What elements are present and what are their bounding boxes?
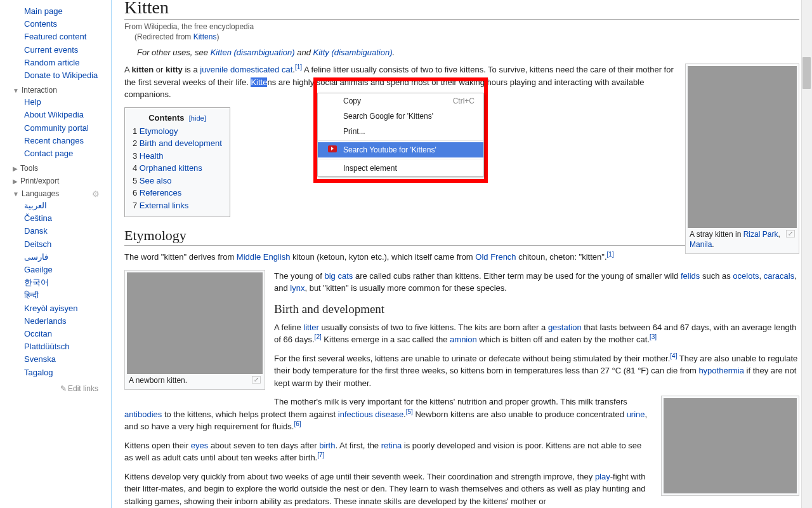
sidebar-link[interactable]: Nederlands (24, 316, 67, 326)
sidebar-link[interactable]: Tagalog (24, 368, 53, 377)
link[interactable]: juvenile (200, 65, 228, 74)
link[interactable]: Manila (690, 240, 712, 249)
text: . At first, the (335, 441, 381, 450)
sidebar-link[interactable]: Main page (24, 6, 63, 16)
ref-link[interactable]: [3] (650, 333, 657, 340)
link[interactable]: felids (681, 271, 700, 281)
scrollbar-thumb[interactable] (802, 57, 811, 89)
toc-item: 7 External links (133, 199, 222, 212)
ref-link[interactable]: [7] (317, 451, 324, 458)
link[interactable]: infectious disease (338, 410, 403, 419)
sidebar-link[interactable]: Gaeilge (24, 265, 53, 274)
link[interactable]: gestation (548, 323, 582, 332)
sidebar-item: Help (24, 96, 111, 109)
link[interactable]: Old French (475, 252, 516, 262)
nursing-kittens-thumb (661, 396, 799, 496)
sidebar-link[interactable]: About Wikipedia (24, 110, 84, 119)
sidebar-link[interactable]: Current events (24, 45, 78, 55)
redirected-line: (Redirected from Kittens) (124, 32, 799, 41)
toc-link[interactable]: See also (140, 176, 172, 185)
link[interactable]: ocelots (733, 271, 759, 281)
ref-link[interactable]: [2] (315, 333, 322, 340)
link[interactable]: play (595, 472, 610, 481)
link[interactable]: Middle English (237, 252, 291, 262)
text: or (154, 65, 166, 74)
redirect-link[interactable]: Kittens (193, 32, 217, 41)
ref-link[interactable]: [6] (294, 420, 301, 427)
sidebar-link[interactable]: Featured content (24, 32, 86, 41)
sidebar-link[interactable]: 한국어 (24, 277, 49, 287)
sidebar-link[interactable]: Čeština (24, 213, 52, 223)
text: , (759, 271, 764, 281)
link[interactable]: caracals (764, 271, 794, 281)
toc-link[interactable]: Orphaned kittens (140, 163, 202, 173)
text: which is bitten off and eaten by the mot… (477, 335, 650, 344)
sidebar-link[interactable]: Occitan (24, 329, 52, 338)
sidebar-link[interactable]: Svenska (24, 354, 56, 364)
link[interactable]: Rizal Park (743, 230, 778, 239)
toc-link[interactable]: References (140, 188, 181, 197)
sidebar-link[interactable]: فارسی (24, 252, 48, 262)
ref-link[interactable]: [1] (607, 251, 614, 258)
ctx-copy[interactable]: Copy Ctrl+C (318, 93, 483, 109)
sidebar-item: العربية (24, 199, 111, 212)
sidebar-link[interactable]: Kreyòl ayisyen (24, 304, 78, 313)
nursing-kittens-image[interactable] (664, 398, 797, 493)
sidebar-item: Plattdüütsch (24, 340, 111, 353)
sidebar-link[interactable]: Deitsch (24, 239, 51, 249)
link[interactable]: retina (381, 441, 402, 450)
ref-link[interactable]: [4] (670, 352, 677, 359)
ref-link[interactable]: [1] (295, 64, 302, 70)
pencil-icon: ✎ (60, 384, 67, 393)
sidebar-section-languages[interactable]: ▼ Languages ⚙ (13, 189, 111, 198)
toc-link[interactable]: External links (140, 201, 188, 210)
context-menu-highlight: Copy Ctrl+C Search Google for 'Kittens' … (313, 77, 488, 183)
sidebar-section-interaction[interactable]: ▼ Interaction (13, 86, 111, 95)
sidebar-item: Gaeilge (24, 264, 111, 276)
stray-kitten-image[interactable] (688, 66, 797, 228)
gear-icon[interactable]: ⚙ (92, 189, 100, 199)
sidebar-link[interactable]: Donate to Wikipedia (24, 70, 98, 80)
newborn-kitten-image[interactable] (127, 272, 263, 374)
link[interactable]: birth (319, 441, 335, 450)
sidebar-link[interactable]: العربية (24, 201, 47, 210)
sidebar-section-tools[interactable]: ▶ Tools (13, 164, 111, 173)
ref-link[interactable]: [5] (406, 408, 413, 415)
sidebar-link[interactable]: Dansk (24, 226, 48, 236)
sidebar-section-print[interactable]: ▶ Print/export (13, 177, 111, 185)
sidebar-link[interactable]: Random article (24, 58, 79, 67)
link[interactable]: antibodies (124, 410, 162, 419)
link[interactable]: litter (303, 323, 319, 332)
link[interactable]: eyes (191, 441, 208, 450)
enlarge-icon[interactable]: ⤢ (252, 376, 261, 384)
disambig-link[interactable]: Kitten (disambiguation) (211, 48, 295, 57)
chevron-right-icon: ▶ (13, 165, 18, 172)
sidebar-link[interactable]: Community portal (24, 123, 89, 133)
sidebar-link[interactable]: Contact page (24, 149, 73, 158)
sidebar-link[interactable]: Help (24, 97, 41, 107)
toc-link[interactable]: Health (140, 151, 164, 161)
enlarge-icon[interactable]: ⤢ (786, 230, 795, 237)
toc-hide-link[interactable]: [hide] (189, 114, 206, 122)
article-content: Kitten From Wikipedia, the free encyclop… (111, 0, 812, 508)
sidebar-link[interactable]: Recent changes (24, 136, 84, 145)
link[interactable]: urine (627, 410, 645, 419)
vertical-scrollbar[interactable] (801, 0, 812, 508)
link[interactable]: lynx (290, 283, 304, 293)
link[interactable]: big cats (325, 271, 353, 281)
link[interactable]: hypothermia (698, 366, 744, 375)
ctx-search-youtube[interactable]: Search Youtube for 'Kittens' (318, 142, 483, 157)
link[interactable]: domesticated cat (230, 65, 292, 74)
toc-link[interactable]: Etymology (140, 126, 178, 136)
edit-links[interactable]: ✎Edit links (13, 384, 98, 393)
text: , but "kitten" is usually more common fo… (304, 283, 506, 293)
sidebar-link[interactable]: हिन्दी (24, 290, 39, 300)
sidebar-link[interactable]: Contents (24, 19, 57, 29)
toc-link[interactable]: Birth and development (140, 138, 222, 148)
ctx-inspect[interactable]: Inspect element (318, 161, 483, 176)
sidebar-link[interactable]: Plattdüütsch (24, 342, 70, 351)
ctx-search-google[interactable]: Search Google for 'Kittens' (318, 109, 483, 124)
disambig-link[interactable]: Kitty (disambiguation) (313, 48, 393, 57)
link[interactable]: amnion (450, 335, 477, 344)
ctx-print[interactable]: Print... (318, 124, 483, 139)
